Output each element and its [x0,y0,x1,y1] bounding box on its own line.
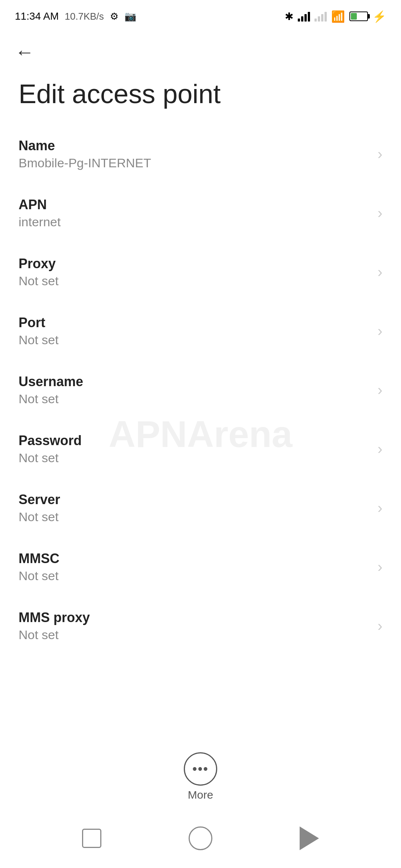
chevron-right-icon: › [378,205,382,221]
more-button[interactable]: ••• More [184,752,217,801]
settings-item-port[interactable]: Port Not set › [19,302,382,361]
signal-4g-icon [298,11,310,22]
settings-label-mms-proxy: MMS proxy [19,610,370,625]
settings-label-password: Password [19,433,370,448]
settings-label-username: Username [19,374,370,389]
settings-label-port: Port [19,315,370,331]
nav-square-icon [82,829,101,848]
settings-item-apn[interactable]: APN internet › [19,184,382,243]
time-display: 11:34 AM [15,10,59,22]
wifi-icon: 📶 [331,10,345,23]
chevron-right-icon: › [378,559,382,575]
back-arrow-icon: ← [15,42,34,62]
back-button[interactable]: ← [15,41,37,63]
settings-value-server: Not set [19,510,370,524]
settings-label-mmsc: MMSC [19,551,370,566]
charging-icon: ⚡ [372,10,386,23]
settings-value-password: Not set [19,451,370,465]
settings-item-password[interactable]: Password Not set › [19,420,382,479]
chevron-right-icon: › [378,500,382,516]
settings-value-mms-proxy: Not set [19,628,370,642]
settings-value-apn: internet [19,215,370,229]
settings-item-mms-proxy[interactable]: MMS proxy Not set › [19,596,382,655]
settings-item-mmsc[interactable]: MMSC Not set › [19,537,382,596]
camera-icon: 📷 [124,11,136,22]
chevron-right-icon: › [378,323,382,339]
bluetooth-icon: ✱ [285,10,293,23]
signal-alt-icon [314,11,327,22]
settings-icon: ⚙ [110,11,118,22]
chevron-right-icon: › [378,146,382,162]
nav-circle-icon [189,826,212,850]
page-title: Edit access point [0,70,401,125]
settings-label-apn: APN [19,197,370,213]
settings-item-server[interactable]: Server Not set › [19,479,382,537]
settings-item-proxy[interactable]: Proxy Not set › [19,243,382,302]
battery-indicator [349,11,368,21]
status-right: ✱ 📶 ⚡ [285,10,386,23]
settings-value-proxy: Not set [19,274,370,288]
chevron-right-icon: › [378,441,382,457]
network-speed: 10.7KB/s [65,11,104,22]
settings-value-name: Bmobile-Pg-INTERNET [19,156,370,170]
settings-list: Name Bmobile-Pg-INTERNET › APN internet … [0,125,401,655]
settings-value-port: Not set [19,333,370,347]
settings-item-name[interactable]: Name Bmobile-Pg-INTERNET › [19,125,382,184]
settings-item-username[interactable]: Username Not set › [19,361,382,420]
nav-bar [0,809,401,868]
nav-home-button[interactable] [186,823,215,853]
settings-label-server: Server [19,492,370,507]
more-label: More [188,789,213,801]
settings-value-mmsc: Not set [19,569,370,583]
nav-back-button[interactable] [294,823,324,853]
settings-label-name: Name [19,138,370,154]
top-nav: ← [0,30,401,70]
status-bar: 11:34 AM 10.7KB/s ⚙ 📷 ✱ 📶 ⚡ [0,0,401,30]
nav-recents-button[interactable] [77,823,107,853]
chevron-right-icon: › [378,618,382,634]
more-circle-icon: ••• [184,752,217,786]
settings-value-username: Not set [19,392,370,406]
chevron-right-icon: › [378,264,382,280]
nav-triangle-icon [300,826,319,850]
chevron-right-icon: › [378,382,382,398]
settings-label-proxy: Proxy [19,256,370,272]
status-left: 11:34 AM 10.7KB/s ⚙ 📷 [15,10,136,22]
